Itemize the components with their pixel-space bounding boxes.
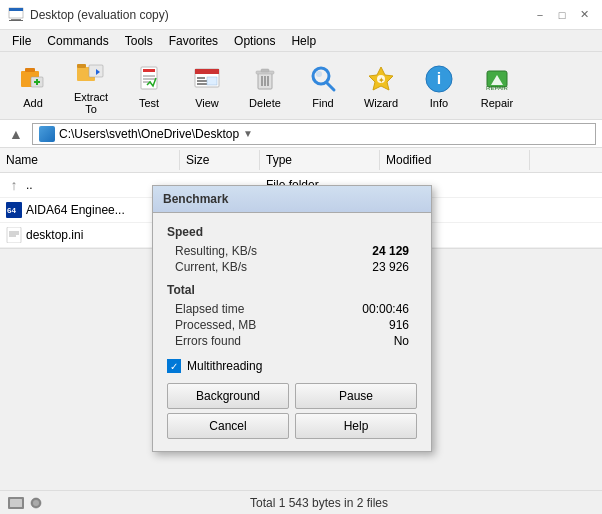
background-button[interactable]: Background [167,383,289,409]
svg-rect-19 [195,69,219,74]
repair-label: Repair [481,97,513,109]
processed-value: 916 [389,318,409,332]
svg-rect-48 [10,499,22,507]
test-label: Test [139,97,159,109]
view-icon [191,63,223,95]
help-button[interactable]: Help [295,413,417,439]
benchmark-dialog: Benchmark Speed Resulting, KB/s 24 129 C… [152,185,432,452]
info-label: Info [430,97,448,109]
path-text: C:\Users\sveth\OneDrive\Desktop [59,127,239,141]
svg-text:i: i [437,70,441,87]
svg-point-32 [316,71,322,77]
svg-text:64: 64 [7,206,16,215]
info-icon: i [423,63,455,95]
menu-help[interactable]: Help [283,32,324,49]
wizard-button[interactable]: ✦ Wizard [354,57,408,115]
menu-file[interactable]: File [4,32,39,49]
multithreading-row: ✓ Multithreading [167,359,417,373]
errors-value: No [394,334,409,348]
svg-rect-5 [25,68,35,72]
svg-rect-14 [143,69,155,72]
find-icon [307,63,339,95]
wizard-label: Wizard [364,97,398,109]
status-icon-left [8,497,24,509]
menu-bar: File Commands Tools Favorites Options He… [0,30,602,52]
info-button[interactable]: i Info [412,57,466,115]
menu-options[interactable]: Options [226,32,283,49]
dialog-title-bar: Benchmark [153,186,431,213]
svg-rect-10 [77,64,86,68]
col-header-modified[interactable]: Modified [380,150,530,170]
address-path[interactable]: C:\Users\sveth\OneDrive\Desktop ▼ [32,123,596,145]
status-icon-right [28,497,44,509]
folder-icon [39,126,55,142]
add-button[interactable]: Add [6,57,60,115]
elapsed-value: 00:00:46 [362,302,409,316]
menu-commands[interactable]: Commands [39,32,116,49]
current-key: Current, KB/s [175,260,247,274]
processed-key: Processed, MB [175,318,256,332]
title-bar: Desktop (evaluation copy) − □ ✕ [0,0,602,30]
col-header-type[interactable]: Type [260,150,380,170]
repair-icon: REPAIR [481,63,513,95]
delete-button[interactable]: Delete [238,57,292,115]
dialog-buttons-row2: Cancel Help [167,413,417,439]
processed-row: Processed, MB 916 [167,317,417,333]
resulting-row: Resulting, KB/s 24 129 [167,243,417,259]
cancel-button[interactable]: Cancel [167,413,289,439]
speed-section-label: Speed [167,225,417,239]
svg-rect-22 [197,83,207,85]
window-title: Desktop (evaluation copy) [30,8,169,22]
extract-to-button[interactable]: Extract To [64,57,118,115]
repair-button[interactable]: REPAIR Repair [470,57,524,115]
add-label: Add [23,97,43,109]
menu-favorites[interactable]: Favorites [161,32,226,49]
resulting-key: Resulting, KB/s [175,244,257,258]
menu-tools[interactable]: Tools [117,32,161,49]
nav-up-button[interactable]: ▲ [6,124,26,144]
dialog-title-text: Benchmark [163,192,228,206]
pause-button[interactable]: Pause [295,383,417,409]
app-icon [8,7,24,23]
title-bar-left: Desktop (evaluation copy) [8,7,169,23]
errors-row: Errors found No [167,333,417,349]
maximize-button[interactable]: □ [552,5,572,25]
svg-rect-26 [261,69,269,72]
current-row: Current, KB/s 23 926 [167,259,417,275]
svg-text:✦: ✦ [378,76,385,85]
svg-text:REPAIR: REPAIR [486,85,509,91]
svg-rect-3 [9,20,23,21]
svg-rect-20 [197,77,205,79]
svg-point-50 [33,500,39,506]
svg-rect-23 [207,77,217,85]
svg-rect-43 [7,227,21,243]
aida64-icon: 64 [6,202,22,218]
close-button[interactable]: ✕ [574,5,594,25]
test-button[interactable]: Test [122,57,176,115]
extract-to-label: Extract To [67,91,115,115]
multithreading-label: Multithreading [187,359,262,373]
multithreading-checkbox[interactable]: ✓ [167,359,181,373]
status-icons [8,497,44,509]
status-text: Total 1 543 bytes in 2 files [250,496,388,510]
find-button[interactable]: Find [296,57,350,115]
resulting-value: 24 129 [372,244,409,258]
delete-label: Delete [249,97,281,109]
dialog-buttons-row1: Background Pause [167,383,417,409]
up-icon: ↑ [6,177,22,193]
elapsed-key: Elapsed time [175,302,244,316]
file-list-header: Name Size Type Modified [0,148,602,173]
elapsed-row: Elapsed time 00:00:46 [167,301,417,317]
addr-dropdown-icon[interactable]: ▼ [243,128,253,139]
add-icon [17,63,49,95]
address-bar: ▲ C:\Users\sveth\OneDrive\Desktop ▼ [0,120,602,148]
delete-icon [249,63,281,95]
col-header-name[interactable]: Name [0,150,180,170]
col-header-size[interactable]: Size [180,150,260,170]
svg-rect-1 [9,8,23,11]
minimize-button[interactable]: − [530,5,550,25]
title-controls: − □ ✕ [530,5,594,25]
view-button[interactable]: View [180,57,234,115]
toolbar: Add Extract To Test [0,52,602,120]
extract-to-icon [75,57,107,89]
